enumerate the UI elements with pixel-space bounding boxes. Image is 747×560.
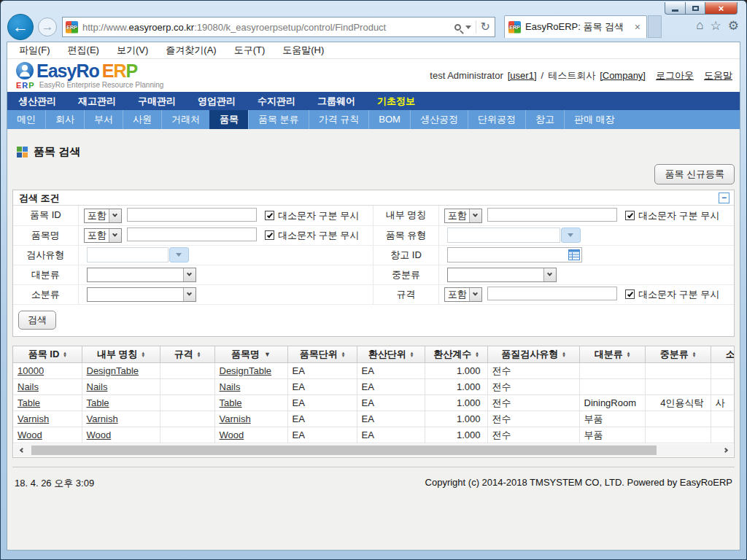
column-header-8[interactable]: 대분류▴▾ [579,346,645,363]
company-link[interactable]: [Company] [600,70,646,81]
item-link[interactable]: Varnish [220,413,251,424]
major-category-select[interactable] [87,268,196,282]
scrollbar-track[interactable] [30,445,717,456]
browser-back-button[interactable]: ← [7,14,34,40]
item-link[interactable]: Table [220,397,242,408]
help-link[interactable]: 도움말 [704,69,732,82]
item-name-input[interactable] [127,228,257,241]
favorites-star-icon[interactable]: ☆ [711,18,721,34]
column-header-0[interactable]: 품목 ID▴▾ [13,346,82,363]
column-header-10[interactable]: 소분류▴▾ [711,346,735,363]
scrollbar-thumb[interactable] [31,446,657,455]
search-icon[interactable] [454,24,461,31]
sub-nav-item-6[interactable]: 품목 분류 [248,110,309,129]
horizontal-scrollbar[interactable] [14,444,733,456]
internal-name-case-checkbox[interactable] [625,211,635,220]
menu-item-2[interactable]: 보기(V) [108,44,157,57]
item-id-case-checkbox[interactable] [265,211,274,220]
sub-nav-item-4[interactable]: 거래처 [161,110,209,129]
column-header-6[interactable]: 환산계수▴▾ [425,346,487,363]
sub-nav-item-0[interactable]: 메인 [7,110,45,129]
item-type-input[interactable] [447,228,560,243]
sub-nav-item-12[interactable]: 판매 매장 [564,110,624,129]
scroll-left-icon[interactable] [14,448,30,452]
item-link[interactable]: Table [18,397,40,408]
sub-nav-item-9[interactable]: 생산공정 [410,110,468,129]
settings-gear-icon[interactable]: ⚙ [728,18,739,34]
sub-nav-item-1[interactable]: 회사 [45,110,84,129]
logout-link[interactable]: 로그아웃 [656,69,694,82]
spec-match-select[interactable]: 포함 [444,287,482,302]
middle-category-select[interactable] [447,268,557,282]
inspect-type-input[interactable] [87,247,169,262]
item-type-dropdown-button[interactable] [561,228,581,243]
item-link[interactable]: 10000 [18,365,44,376]
item-id-match-select[interactable]: 포함 [84,209,122,223]
menu-item-1[interactable]: 편집(E) [59,44,108,57]
main-nav-item-0[interactable]: 생산관리 [7,92,67,110]
sub-nav-item-7[interactable]: 가격 규칙 [309,110,369,129]
tab-close-icon[interactable]: × [632,21,643,33]
menu-item-4[interactable]: 도구(T) [225,44,274,57]
new-tab-area[interactable] [648,15,662,38]
main-nav-item-6[interactable]: 기초정보 [366,92,426,110]
search-button[interactable]: 검색 [18,311,56,330]
main-nav-item-5[interactable]: 그룹웨어 [306,92,366,110]
menu-item-3[interactable]: 즐겨찾기(A) [157,44,225,57]
minor-category-select[interactable] [87,287,196,302]
scroll-right-icon[interactable] [717,448,733,452]
window-close-button[interactable]: × [705,2,738,15]
main-nav-item-3[interactable]: 영업관리 [187,92,247,110]
column-header-7[interactable]: 품질검사유형▴▾ [487,346,579,363]
main-nav-item-2[interactable]: 구매관리 [127,92,187,110]
column-header-5[interactable]: 환산단위▴▾ [357,346,425,363]
column-header-2[interactable]: 규격▴▾ [160,346,214,363]
new-item-button[interactable]: 품목 신규등록 [654,164,735,184]
item-link[interactable]: Wood [220,429,244,440]
item-link[interactable]: Nails [18,381,39,392]
browser-forward-button[interactable]: → [38,18,57,36]
sub-nav-item-5[interactable]: 품목 [209,110,248,129]
internal-name-input[interactable] [487,208,617,222]
item-link[interactable]: Wood [87,429,112,440]
sub-nav-item-3[interactable]: 사원 [123,110,161,129]
column-header-4[interactable]: 품목단위▴▾ [287,346,357,363]
item-link[interactable]: Varnish [87,413,118,424]
main-nav-item-4[interactable]: 수지관리 [247,92,306,110]
internal-name-match-select[interactable]: 포함 [444,209,482,223]
item-name-match-select[interactable]: 포함 [84,228,122,243]
main-nav-item-1[interactable]: 재고관리 [67,92,127,110]
column-header-1[interactable]: 내부 명칭▴▾ [82,346,160,363]
item-link[interactable]: Wood [18,429,42,440]
collapse-panel-button[interactable]: − [719,192,729,203]
browser-tab[interactable]: ERP EasyRoERP: 품목 검색 × [504,15,647,38]
spec-case-checkbox[interactable] [625,289,635,299]
column-header-9[interactable]: 중분류▴▾ [645,346,711,363]
item-name-case-checkbox[interactable] [265,230,274,240]
item-link[interactable]: DesignTable [87,365,139,376]
refresh-icon[interactable]: ↻ [481,21,490,33]
sub-nav-item-10[interactable]: 단위공정 [468,110,525,129]
menu-item-0[interactable]: 파일(F) [10,44,59,57]
inspect-type-dropdown-button[interactable] [169,247,189,262]
menu-item-5[interactable]: 도움말(H) [274,44,333,57]
item-link[interactable]: Varnish [18,413,49,424]
warehouse-lookup-grid-icon[interactable] [568,249,580,260]
spec-input[interactable] [487,287,617,300]
item-link[interactable]: Nails [220,381,241,392]
sub-nav-item-8[interactable]: BOM [368,110,410,129]
warehouse-id-input[interactable] [447,247,582,262]
window-maximize-button[interactable] [686,2,705,15]
item-link[interactable]: Table [87,397,109,408]
home-icon[interactable]: ⌂ [696,18,703,34]
user-id-link[interactable]: [user1] [508,70,537,81]
item-link[interactable]: DesignTable [220,365,272,376]
window-minimize-button[interactable] [665,2,686,15]
address-bar[interactable]: ERP http://www.easyroerp.co.kr:19080/k_e… [62,17,495,37]
item-link[interactable]: Nails [87,381,108,392]
sub-nav-item-2[interactable]: 부서 [84,110,123,129]
search-options-caret-icon[interactable] [465,26,471,29]
column-header-3[interactable]: 품목명▼ [214,346,287,363]
item-id-input[interactable] [127,208,257,222]
sub-nav-item-11[interactable]: 창고 [525,110,564,129]
